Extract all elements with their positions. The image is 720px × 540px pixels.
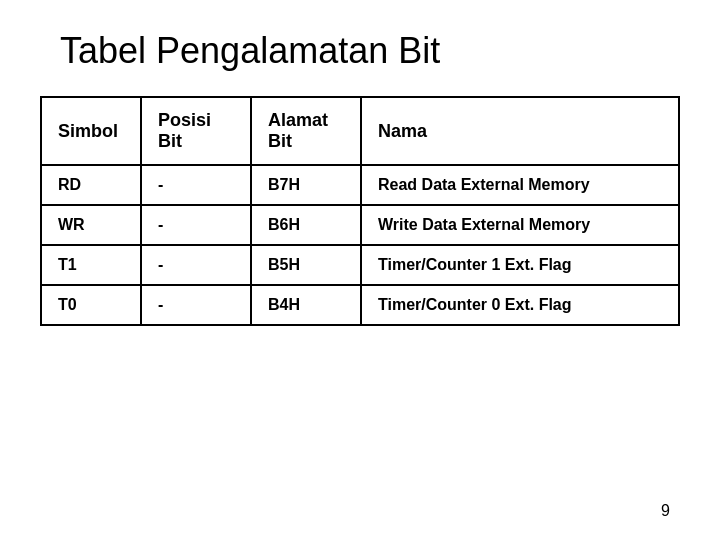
cell-posisi_bit: -: [141, 245, 251, 285]
cell-alamat_bit: B4H: [251, 285, 361, 325]
cell-alamat_bit: B6H: [251, 205, 361, 245]
col-header-nama: Nama: [361, 97, 679, 165]
cell-posisi_bit: -: [141, 285, 251, 325]
table-row: T0-B4HTimer/Counter 0 Ext. Flag: [41, 285, 679, 325]
page-title: Tabel Pengalamatan Bit: [60, 30, 440, 72]
cell-simbol: T1: [41, 245, 141, 285]
cell-simbol: WR: [41, 205, 141, 245]
cell-alamat_bit: B7H: [251, 165, 361, 205]
table-row: RD-B7HRead Data External Memory: [41, 165, 679, 205]
col-header-alamat-bit: Alamat Bit: [251, 97, 361, 165]
cell-alamat_bit: B5H: [251, 245, 361, 285]
col-header-simbol: Simbol: [41, 97, 141, 165]
cell-posisi_bit: -: [141, 205, 251, 245]
table-row: WR-B6HWrite Data External Memory: [41, 205, 679, 245]
cell-nama: Timer/Counter 1 Ext. Flag: [361, 245, 679, 285]
main-table-container: Simbol Posisi Bit Alamat Bit Nama RD-B7H…: [40, 96, 680, 326]
col-header-posisi-bit: Posisi Bit: [141, 97, 251, 165]
table-header-row: Simbol Posisi Bit Alamat Bit Nama: [41, 97, 679, 165]
cell-nama: Read Data External Memory: [361, 165, 679, 205]
cell-simbol: T0: [41, 285, 141, 325]
table-row: T1-B5HTimer/Counter 1 Ext. Flag: [41, 245, 679, 285]
cell-nama: Timer/Counter 0 Ext. Flag: [361, 285, 679, 325]
page-number: 9: [661, 502, 670, 520]
bit-address-table: Simbol Posisi Bit Alamat Bit Nama RD-B7H…: [40, 96, 680, 326]
cell-posisi_bit: -: [141, 165, 251, 205]
cell-nama: Write Data External Memory: [361, 205, 679, 245]
cell-simbol: RD: [41, 165, 141, 205]
